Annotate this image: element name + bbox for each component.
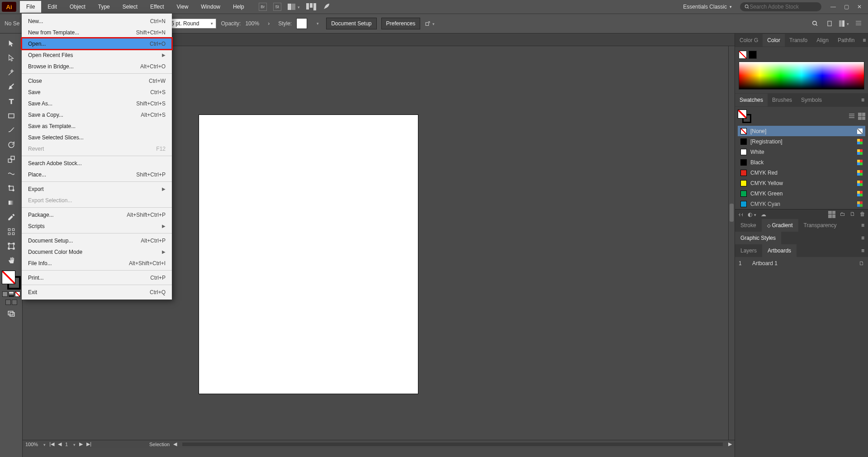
feather-icon[interactable]	[323, 2, 331, 12]
tab-brushes[interactable]: Brushes	[768, 94, 797, 106]
tab-stroke[interactable]: Stroke	[735, 219, 762, 232]
tab-symbols[interactable]: Symbols	[797, 94, 826, 106]
swatch-registration[interactable]: [Registration]	[738, 136, 865, 147]
horizontal-scrollbar[interactable]: 100% |◀◀ 1 ▶▶| Selection ◀▶	[23, 440, 735, 448]
align-to-icon[interactable]	[425, 19, 435, 29]
menu-item-new[interactable]: New...Ctrl+N	[22, 15, 172, 27]
style-flyout-icon[interactable]	[312, 19, 322, 29]
panel-menu-icon[interactable]: ≡	[858, 232, 868, 244]
panel-menu-icon[interactable]	[854, 19, 863, 29]
tab-transform[interactable]: Transfo	[785, 34, 812, 47]
menu-item-save-selected-slices[interactable]: Save Selected Slices...	[22, 132, 172, 143]
menu-item-save-as-template[interactable]: Save as Template...	[22, 120, 172, 132]
scale-tool[interactable]	[5, 152, 18, 166]
menu-help[interactable]: Help	[227, 1, 251, 13]
vertical-scrollbar[interactable]	[728, 46, 735, 440]
rotate-tool[interactable]	[5, 138, 18, 152]
fill-stroke-control[interactable]	[2, 271, 21, 290]
menu-item-close[interactable]: CloseCtrl+W	[22, 75, 172, 86]
tab-color[interactable]: Color	[763, 34, 785, 47]
color-stroke-chip[interactable]	[749, 51, 757, 59]
panel-menu-icon[interactable]: ≡	[858, 97, 868, 103]
color-mode-switches[interactable]	[2, 291, 20, 297]
workspace-switcher[interactable]: Essentials Classic▾	[679, 2, 735, 12]
free-transform-tool[interactable]	[5, 181, 18, 195]
menu-item-file-info[interactable]: File Info...Alt+Shift+Ctrl+I	[22, 257, 172, 269]
menu-type[interactable]: Type	[92, 1, 116, 13]
menu-item-package[interactable]: Package...Alt+Shift+Ctrl+P	[22, 209, 172, 220]
tab-pathfinder[interactable]: Pathfin	[833, 34, 859, 47]
bridge-icon[interactable]: Br	[259, 3, 267, 11]
artboard-canvas[interactable]	[199, 115, 418, 394]
menu-item-exit[interactable]: ExitCtrl+Q	[22, 286, 172, 298]
document-setup-button[interactable]: Document Setup	[326, 18, 376, 29]
menu-window[interactable]: Window	[194, 1, 227, 13]
menu-select[interactable]: Select	[116, 1, 144, 13]
menu-object[interactable]: Object	[63, 1, 92, 13]
style-swatch[interactable]	[296, 18, 307, 29]
pen-tool[interactable]	[5, 80, 18, 94]
list-view-icon[interactable]	[848, 113, 855, 120]
cloud-icon[interactable]: ☁	[761, 211, 766, 218]
menu-file[interactable]: File	[20, 1, 41, 13]
menu-item-print[interactable]: Print...Ctrl+P	[22, 272, 172, 283]
swatch-cmyk-cyan[interactable]: CMYK Cyan	[738, 199, 865, 209]
menu-item-open[interactable]: Open...Ctrl+O	[22, 38, 172, 49]
search-stock-input[interactable]	[749, 4, 817, 10]
menu-item-browse-in-bridge[interactable]: Browse in Bridge...Alt+Ctrl+O	[22, 61, 172, 72]
eyedropper-tool[interactable]	[5, 210, 18, 224]
preferences-button[interactable]: Preferences	[381, 18, 421, 29]
swatch-white[interactable]: White	[738, 147, 865, 157]
zoom-level[interactable]: 100%	[25, 442, 38, 447]
artboard-tool[interactable]	[5, 239, 18, 253]
selection-tool[interactable]	[5, 37, 18, 50]
tab-transparency[interactable]: Transparency	[798, 219, 842, 232]
arrange-icon[interactable]	[839, 19, 849, 29]
menu-item-document-setup[interactable]: Document Setup...Alt+Ctrl+P	[22, 235, 172, 246]
new-group-icon[interactable]: 🗀	[840, 211, 845, 218]
swatch-black[interactable]: Black	[738, 157, 865, 167]
menu-item-export[interactable]: Export▶	[22, 183, 172, 195]
swatch-options-icon[interactable]	[828, 211, 835, 218]
swatch-none[interactable]: [None]	[738, 126, 865, 136]
hand-tool[interactable]	[5, 254, 18, 267]
direct-selection-tool[interactable]	[5, 51, 18, 65]
artboard-row[interactable]: 1 Artboard 1 🗋	[735, 257, 868, 270]
stock-icon[interactable]: St	[273, 3, 281, 11]
show-kinds-icon[interactable]: ◐	[748, 211, 756, 218]
tab-layers[interactable]: Layers	[735, 244, 762, 257]
menu-item-document-color-mode[interactable]: Document Color Mode▶	[22, 246, 172, 257]
arrange-documents-icon[interactable]	[288, 4, 300, 10]
menu-item-place[interactable]: Place...Shift+Ctrl+P	[22, 169, 172, 180]
gpu-icon[interactable]	[306, 3, 316, 10]
menu-item-save[interactable]: SaveCtrl+S	[22, 86, 172, 98]
swatch-cmyk-green[interactable]: CMYK Green	[738, 188, 865, 199]
close-icon[interactable]: ✕	[857, 4, 862, 10]
library-icon[interactable]: ⫞⫞	[738, 211, 743, 218]
tab-swatches[interactable]: Swatches	[735, 94, 768, 106]
tab-align[interactable]: Align	[812, 34, 833, 47]
search-stock[interactable]	[740, 2, 821, 11]
new-swatch-icon[interactable]: 🗋	[850, 211, 855, 218]
search-icon[interactable]	[810, 19, 820, 29]
rectangle-tool[interactable]	[5, 109, 18, 123]
minimize-icon[interactable]: —	[830, 4, 836, 10]
menu-item-open-recent-files[interactable]: Open Recent Files▶	[22, 49, 172, 61]
symbol-sprayer-tool[interactable]	[5, 225, 18, 238]
color-spectrum[interactable]	[739, 62, 864, 90]
opacity-value[interactable]: 100%	[245, 20, 259, 27]
delete-swatch-icon[interactable]: 🗑	[860, 211, 865, 218]
panel-menu-icon[interactable]: ≡	[859, 37, 868, 43]
panel-menu-icon[interactable]: ≡	[858, 219, 868, 232]
menu-edit[interactable]: Edit	[41, 1, 63, 13]
type-tool[interactable]	[5, 95, 18, 108]
menu-item-save-a-copy[interactable]: Save a Copy...Alt+Ctrl+S	[22, 109, 172, 120]
swatch-cmyk-yellow[interactable]: CMYK Yellow	[738, 178, 865, 188]
magic-wand-tool[interactable]	[5, 66, 18, 79]
menu-item-save-as[interactable]: Save As...Shift+Ctrl+S	[22, 98, 172, 109]
tab-color-guide[interactable]: Color G	[735, 34, 763, 47]
menu-item-scripts[interactable]: Scripts▶	[22, 220, 172, 232]
menu-item-new-from-template[interactable]: New from Template...Shift+Ctrl+N	[22, 27, 172, 38]
menu-item-search-adobe-stock[interactable]: Search Adobe Stock...	[22, 157, 172, 169]
menu-effect[interactable]: Effect	[144, 1, 170, 13]
